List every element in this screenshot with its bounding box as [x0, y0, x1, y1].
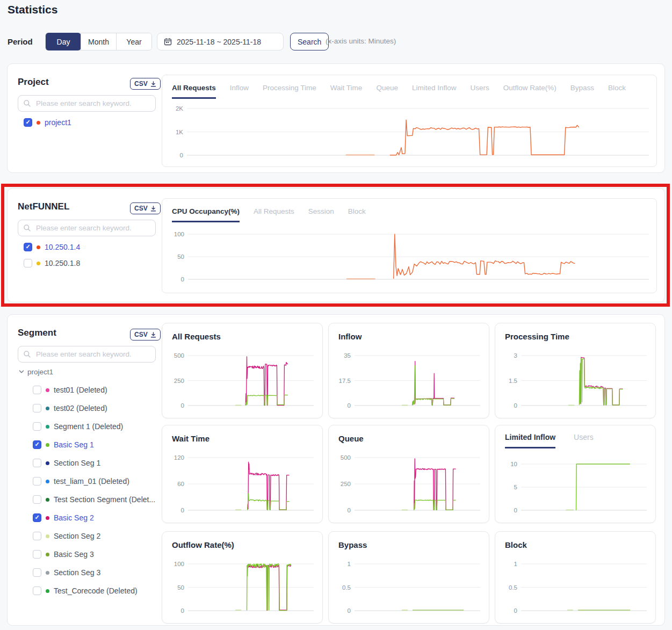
inflow-card: Inflow 017.535 — [328, 323, 489, 418]
svg-text:0: 0 — [348, 402, 351, 409]
series-color-dot — [37, 121, 40, 125]
csv-download-button[interactable]: CSV — [130, 202, 161, 214]
svg-text:0: 0 — [514, 507, 517, 513]
tab-label: All Requests — [254, 207, 294, 215]
period-mode-button[interactable]: Day — [45, 33, 81, 50]
csv-download-button[interactable]: CSV — [130, 329, 161, 341]
segment-item-row[interactable]: Test_Corecode (Deleted) — [33, 585, 155, 596]
checkbox[interactable] — [33, 495, 41, 504]
period-mode-button[interactable]: Year — [116, 33, 151, 50]
tab-label: Queue — [376, 84, 398, 92]
checkbox[interactable] — [24, 243, 32, 251]
segment-item-label: test02 (Deleted) — [54, 404, 107, 412]
segment-item-row[interactable]: test01 (Deleted) — [33, 385, 155, 395]
svg-text:1.5: 1.5 — [509, 378, 517, 384]
project-chart-tab[interactable]: Limited Inflow — [412, 81, 457, 99]
csv-download-button[interactable]: CSV — [130, 78, 161, 90]
csv-label: CSV — [134, 331, 148, 338]
tab-label: Users — [574, 433, 594, 441]
limited-inflow-card-tab[interactable]: Limited Inflow — [505, 429, 555, 448]
segment-search-input[interactable] — [18, 346, 156, 363]
limited-inflow-card-tab[interactable]: Users — [574, 429, 594, 448]
series-color-dot — [46, 388, 49, 392]
netfunnel-search-input[interactable] — [18, 220, 156, 236]
checkbox[interactable] — [33, 440, 41, 449]
segment-search — [18, 346, 156, 363]
checkbox[interactable] — [33, 513, 41, 522]
card-title: Bypass — [338, 540, 367, 549]
project-chart-tab[interactable]: Inflow — [230, 81, 249, 99]
checkbox[interactable] — [33, 404, 41, 412]
segment-item-row[interactable]: Section Seg 3 — [33, 567, 155, 578]
tab-label: Processing Time — [263, 84, 316, 92]
checkbox[interactable] — [33, 550, 41, 559]
segment-item-row[interactable]: Basic Seg 1 — [33, 439, 155, 450]
netfunnel-chart-tab[interactable]: CPU Occupancy(%) — [172, 204, 240, 222]
series-color-dot — [46, 516, 49, 520]
limited-inflow-card-tabs: Limited InflowUsers — [505, 429, 594, 448]
segment-tree-root[interactable]: project1 — [18, 366, 155, 377]
segment-item-row[interactable]: Section Seg 2 — [33, 531, 155, 541]
netfunnel-chart-tab[interactable]: Block — [348, 204, 366, 222]
project-chart-tab[interactable]: Block — [608, 81, 626, 99]
project-chart-tab[interactable]: Users — [470, 81, 489, 99]
tab-label: All Requests — [172, 84, 216, 92]
segment-item-row[interactable]: Section Seg 1 — [33, 458, 155, 468]
tab-label: Block — [608, 84, 626, 92]
date-range-picker[interactable]: 2025-11-18 ~ 2025-11-18 — [157, 33, 284, 50]
tab-label: Outflow Rate(%) — [503, 84, 557, 92]
svg-text:100: 100 — [174, 561, 184, 567]
bypass-chart: 00.51 — [333, 561, 482, 618]
series-color-dot — [37, 245, 40, 249]
processing-time-chart: 01.53 — [500, 352, 649, 412]
card-title: Wait Time — [172, 434, 209, 443]
netfunnel-chart: 050100 — [169, 231, 651, 286]
limited-inflow-chart: 0510 — [500, 461, 649, 517]
checkbox[interactable] — [24, 259, 32, 267]
project-search-input[interactable] — [18, 95, 156, 112]
all-requests-card: All Requests 0250500 — [162, 323, 323, 418]
project-chart-tab[interactable]: Processing Time — [263, 81, 316, 99]
project-chart-tab[interactable]: Wait Time — [330, 81, 363, 99]
series-color-dot — [46, 407, 49, 410]
netfunnel-item-row[interactable]: 10.250.1.8 — [24, 258, 80, 268]
netfunnel-chart-tab[interactable]: All Requests — [254, 204, 294, 222]
segment-item-row[interactable]: Basic Seg 3 — [33, 549, 155, 560]
checkbox[interactable] — [24, 118, 32, 127]
segment-item-row[interactable]: test02 (Deleted) — [33, 403, 155, 414]
series-color-dot — [37, 262, 40, 265]
checkbox[interactable] — [33, 532, 41, 540]
segment-item-label: Test_Corecode (Deleted) — [54, 586, 138, 595]
segment-item-row[interactable]: Test Section Segment (Delet... — [33, 494, 155, 505]
segment-item-row[interactable]: Basic Seg 2 — [33, 512, 155, 523]
svg-text:1K: 1K — [176, 129, 183, 135]
svg-text:500: 500 — [174, 352, 184, 359]
checkbox[interactable] — [33, 459, 41, 467]
segment-item-label: Section Seg 2 — [54, 532, 100, 540]
segment-item-label: Basic Seg 1 — [54, 440, 94, 449]
calendar-icon — [164, 38, 172, 46]
project-chart-tab[interactable]: Bypass — [570, 81, 594, 99]
netfunnel-item-row[interactable]: 10.250.1.4 — [24, 242, 80, 252]
outflow-rate-card: Outflow Rate(%) 050100 — [162, 531, 323, 624]
segment-item-label: Test Section Segment (Delet... — [54, 495, 155, 504]
checkbox[interactable] — [33, 422, 41, 431]
search-button[interactable]: Search — [290, 33, 329, 50]
svg-text:100: 100 — [174, 231, 184, 237]
netfunnel-chart-tab[interactable]: Session — [308, 204, 334, 222]
checkbox[interactable] — [33, 477, 41, 486]
project-item-row[interactable]: project1 — [24, 118, 71, 127]
checkbox[interactable] — [33, 568, 41, 577]
statistics-page: Statistics Period DayMonthYear 2025-11-1… — [0, 0, 672, 630]
project-chart-tab[interactable]: Outflow Rate(%) — [503, 81, 557, 99]
period-mode-button[interactable]: Month — [81, 33, 116, 50]
project-chart-tab[interactable]: All Requests — [172, 81, 216, 99]
checkbox[interactable] — [33, 386, 41, 394]
series-color-dot — [46, 480, 49, 483]
segment-item-row[interactable]: test_liam_01 (Deleted) — [33, 476, 155, 487]
project-chart-tab[interactable]: Queue — [376, 81, 398, 99]
project-panel: Project CSV project1 All RequestsInflowP… — [7, 63, 665, 173]
svg-text:0: 0 — [181, 507, 184, 513]
segment-item-row[interactable]: Segment 1 (Deleted) — [33, 421, 155, 432]
checkbox[interactable] — [33, 586, 41, 595]
